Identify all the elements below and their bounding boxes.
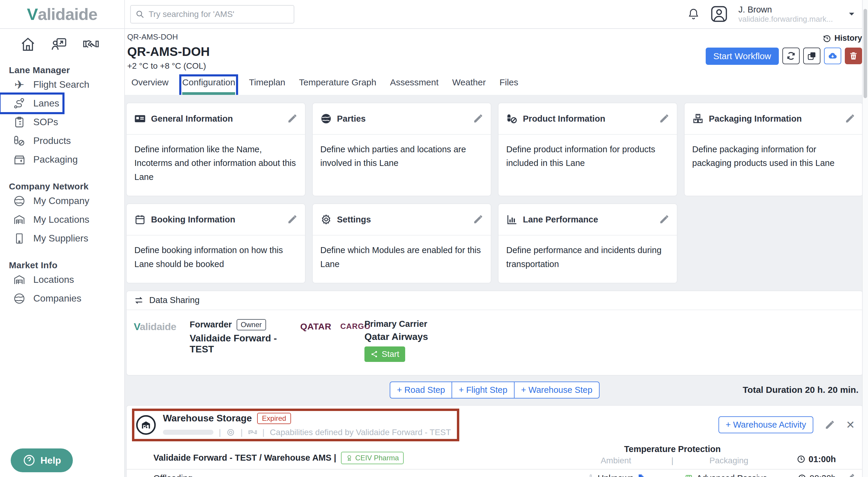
- notifications-bell-icon[interactable]: [687, 8, 700, 20]
- handshake-icon[interactable]: [248, 428, 257, 437]
- activity-label: Offloading: [153, 473, 562, 477]
- sidebar-item-my-company[interactable]: My Company: [0, 191, 124, 210]
- data-sharing-card: Data Sharing Validaide Forwarder Owner V…: [126, 291, 863, 376]
- tab-timeplan[interactable]: Timeplan: [249, 77, 285, 95]
- data-sharing-title: Data Sharing: [149, 295, 199, 305]
- edit-pencil-icon[interactable]: [659, 214, 669, 225]
- refresh-button[interactable]: [782, 48, 800, 64]
- sidebar-item-my-locations[interactable]: My Locations: [0, 210, 124, 229]
- edit-pencil-icon[interactable]: [825, 420, 835, 430]
- remove-step-icon[interactable]: ✕: [846, 420, 855, 430]
- chevron-down-icon[interactable]: [847, 9, 856, 19]
- sidebar-item-flight-search[interactable]: ✈ Flight Search: [0, 75, 124, 94]
- file-alert-icon[interactable]: [637, 474, 645, 477]
- card-title: Product Information: [523, 114, 605, 124]
- tab-assessment[interactable]: Assessment: [390, 77, 438, 95]
- ceiv-pharma-badge[interactable]: CEIV Pharma: [341, 452, 404, 464]
- sidebar-item-label: Products: [33, 135, 71, 146]
- start-sharing-button[interactable]: Start: [365, 347, 405, 362]
- ambient-value: Unknown: [598, 473, 634, 477]
- total-duration: Total Duration 20 h. 20 min.: [743, 385, 859, 395]
- tab-overview[interactable]: Overview: [131, 77, 168, 95]
- carrier-role-label: Primary Carrier: [365, 319, 475, 329]
- temperature-range: +2 °C to +8 °C (COL): [127, 61, 210, 71]
- user-avatar-icon[interactable]: [710, 5, 728, 23]
- clock-icon: [798, 474, 806, 477]
- card-packaging-information: Packaging Information Define packaging i…: [684, 102, 864, 196]
- sidebar-item-label: My Suppliers: [33, 233, 88, 244]
- search-icon: [135, 10, 145, 19]
- sidebar-item-products[interactable]: Products: [0, 131, 124, 150]
- tab-weather[interactable]: Weather: [452, 77, 486, 95]
- card-description: Define packaging information for packagi…: [685, 135, 863, 182]
- user-menu[interactable]: J. Brown validaide.forwarding.mark...: [738, 4, 833, 24]
- route-icon: [13, 97, 26, 110]
- sidebar-item-sops[interactable]: SOPs: [0, 113, 124, 131]
- edit-pencil-icon[interactable]: [473, 214, 483, 225]
- card-lane-performance: Lane Performance Define performance and …: [498, 203, 678, 284]
- scrollbar-thumb[interactable]: [864, 9, 867, 98]
- package-icon: [13, 153, 26, 166]
- calendar-icon: [134, 214, 146, 225]
- share-icon: [370, 350, 378, 358]
- activity-share-icon[interactable]: [51, 36, 68, 53]
- card-settings: Settings Define which Modules are enable…: [312, 203, 492, 284]
- lane-header-left: QR-AMS-DOH QR-AMS-DOH +2 °C to +8 °C (CO…: [127, 32, 210, 71]
- sidebar-item-lanes[interactable]: Lanes: [0, 94, 63, 113]
- temperature-protection-header: Temperature Protection Ambient | Packagi…: [562, 444, 782, 466]
- lane-header: QR-AMS-DOH QR-AMS-DOH +2 °C to +8 °C (CO…: [125, 29, 868, 95]
- add-warehouse-activity-button[interactable]: + Warehouse Activity: [718, 416, 813, 433]
- edit-pencil-icon[interactable]: [287, 214, 297, 225]
- lane-tabs: Overview Configuration Timeplan Temperat…: [127, 77, 862, 95]
- sidebar-item-locations[interactable]: Locations: [0, 270, 124, 289]
- card-description: Define which parties and locations are i…: [313, 135, 491, 182]
- search-input[interactable]: [130, 5, 294, 24]
- edit-pencil-icon[interactable]: [659, 114, 669, 124]
- edit-pencil-icon[interactable]: [473, 114, 483, 124]
- sidebar-item-my-suppliers[interactable]: My Suppliers: [0, 229, 124, 248]
- validaide-logo[interactable]: Validaide: [0, 0, 125, 28]
- warehouse-step-header: Warehouse Storage Expired: [134, 411, 457, 439]
- cert-label: CEIV Pharma: [355, 454, 399, 462]
- global-search: [130, 5, 294, 24]
- tab-files[interactable]: Files: [499, 77, 518, 95]
- body-row: Lane Manager ✈ Flight Search Lanes SOPs …: [0, 29, 868, 477]
- duplicate-button[interactable]: [803, 48, 820, 64]
- help-button[interactable]: Help: [11, 448, 73, 472]
- history-link[interactable]: History: [823, 34, 862, 43]
- sidebar-item-companies[interactable]: Companies: [0, 289, 124, 308]
- tab-configuration[interactable]: Configuration: [182, 77, 235, 95]
- cloud-download-icon: [828, 51, 837, 61]
- cloud-download-button[interactable]: [824, 48, 841, 64]
- user-name: J. Brown: [738, 4, 833, 15]
- separator: [262, 428, 265, 437]
- breadcrumb[interactable]: QR-AMS-DOH: [127, 32, 210, 42]
- edit-pencil-icon[interactable]: [845, 114, 855, 124]
- edit-pencil-icon[interactable]: [845, 473, 855, 477]
- help-label: Help: [40, 455, 61, 466]
- edit-pencil-icon[interactable]: [287, 114, 297, 124]
- target-icon[interactable]: [226, 428, 235, 437]
- sidebar-item-label: My Locations: [33, 214, 90, 225]
- user-organization: validaide.forwarding.mark...: [738, 14, 833, 24]
- add-flight-step-button[interactable]: + Flight Step: [452, 382, 515, 398]
- warehouse-icon: [13, 213, 26, 226]
- warehouse-icon: [13, 274, 26, 286]
- history-label: History: [834, 34, 862, 43]
- carrier-name: Qatar Airways: [365, 331, 475, 342]
- add-road-step-button[interactable]: + Road Step: [390, 382, 452, 398]
- trash-icon: [849, 51, 858, 61]
- building-icon: [13, 232, 26, 245]
- tab-temperature-graph[interactable]: Temperature Graph: [299, 77, 376, 95]
- card-title: Packaging Information: [709, 114, 802, 124]
- market-info-nav: Locations Companies: [0, 270, 124, 308]
- duration-cell: 00:30h: [782, 473, 836, 477]
- handshake-icon[interactable]: [83, 36, 99, 53]
- home-icon[interactable]: [20, 36, 36, 53]
- add-warehouse-step-button[interactable]: + Warehouse Step: [514, 382, 599, 398]
- start-workflow-button[interactable]: Start Workflow: [706, 48, 779, 65]
- sidebar-item-label: Flight Search: [33, 79, 90, 90]
- sidebar-item-packaging[interactable]: Packaging: [0, 150, 124, 169]
- clipboard-icon: [13, 116, 26, 128]
- delete-button[interactable]: [845, 48, 862, 64]
